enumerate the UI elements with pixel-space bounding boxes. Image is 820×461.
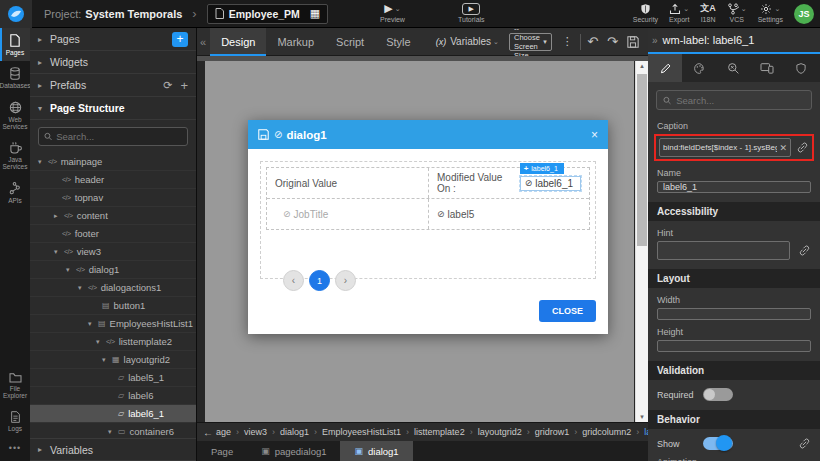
properties-search[interactable] <box>656 90 812 110</box>
collapse-left-panel-icon[interactable]: « <box>197 36 210 48</box>
more-actions-icon[interactable]: ⋮ <box>562 35 573 48</box>
sidebar-item-java-services[interactable]: Java Services <box>0 136 30 176</box>
tab-script[interactable]: Script <box>325 28 375 56</box>
chevron-down-icon[interactable]: ▾ <box>102 356 112 364</box>
pagination-page-1[interactable]: 1 <box>309 270 330 291</box>
caption-input[interactable] <box>663 143 777 152</box>
selection-badge[interactable]: +label6_1 <box>520 163 564 174</box>
tree-item-label5_1[interactable]: ▱label5_1 <box>30 369 196 387</box>
sidebar-item-databases[interactable]: Databases <box>0 61 30 94</box>
add-page-button[interactable] <box>172 32 188 47</box>
search-input[interactable] <box>676 95 805 106</box>
export-button[interactable]: ⌄ Export <box>669 2 689 23</box>
show-toggle[interactable] <box>703 437 733 450</box>
bind-link-icon[interactable] <box>796 141 809 154</box>
search-input[interactable] <box>56 131 182 142</box>
breadcrumb-item-listtemplate2[interactable]: listtemplate2 <box>414 427 478 437</box>
layout-grid[interactable]: Original Value Modified Value On : +labe… <box>266 167 590 230</box>
tree-item-mainpage[interactable]: ▾</>mainpage <box>30 153 196 171</box>
variables-menu[interactable]: (x) Variables ⌄ <box>436 36 499 47</box>
structure-search[interactable] <box>38 127 188 146</box>
redo-icon[interactable]: ↷ <box>607 35 618 48</box>
sidebar-item-apis[interactable]: APIs <box>0 176 30 209</box>
jobtitle-label-widget[interactable]: ⊘ JobTitle <box>267 199 428 229</box>
tree-item-label6_1-selected[interactable]: ▱label6_1 <box>30 405 196 423</box>
app-logo[interactable] <box>0 0 32 28</box>
variables-section-header[interactable]: ▸ Variables <box>30 438 196 461</box>
tutorials-button[interactable]: ▶ Tutorials <box>458 2 485 23</box>
breadcrumb-back-icon[interactable]: ← <box>203 427 213 438</box>
tree-item-container6[interactable]: ▾▭container6 <box>30 423 196 438</box>
canvas-scrollbar[interactable]: ▴ ▾ <box>635 61 648 422</box>
i18n-button[interactable]: 文A I18N <box>700 2 716 23</box>
breadcrumb-item-employeeshistlist1[interactable]: EmployeesHistList1 <box>322 427 414 437</box>
design-canvas[interactable]: ⊘ dialog1 × Original Value <box>205 61 634 422</box>
grid-cell-original-value[interactable]: Original Value <box>267 168 428 198</box>
tree-item-label6[interactable]: ▱label6 <box>30 387 196 405</box>
pagination-next-button[interactable]: › <box>335 270 356 291</box>
sidebar-item-pages[interactable]: Pages <box>0 28 30 61</box>
tree-item-content[interactable]: ▸</>content <box>30 207 196 225</box>
save-icon[interactable] <box>627 36 639 48</box>
collapse-right-panel-icon[interactable]: » <box>652 35 658 46</box>
dialog-header[interactable]: ⊘ dialog1 × <box>248 120 608 149</box>
required-toggle[interactable] <box>703 388 733 401</box>
tab-styles[interactable] <box>682 54 716 82</box>
tab-inspector[interactable] <box>716 54 750 82</box>
security-button[interactable]: Security <box>633 2 658 23</box>
bind-link-icon[interactable] <box>798 437 811 450</box>
height-input[interactable] <box>657 340 811 352</box>
pages-section-header[interactable]: ▸ Pages <box>30 28 196 51</box>
dialog-close-icon[interactable]: × <box>591 128 598 142</box>
tree-item-button1[interactable]: ▤button1 <box>30 297 196 315</box>
tab-page[interactable]: Page <box>197 441 247 461</box>
breadcrumb-item-view3[interactable]: view3 <box>244 427 280 437</box>
scroll-up-icon[interactable]: ▴ <box>636 62 648 70</box>
bind-link-icon[interactable] <box>798 244 811 257</box>
name-input[interactable] <box>657 181 811 193</box>
tab-design[interactable]: Design <box>210 28 266 56</box>
page-selector[interactable]: Employee_PM ▦ <box>207 4 329 24</box>
dialog1-widget[interactable]: ⊘ dialog1 × Original Value <box>248 120 608 334</box>
settings-button[interactable]: ⌄ Settings <box>758 2 783 23</box>
scrollbar-thumb[interactable] <box>637 74 647 246</box>
width-input[interactable] <box>657 308 811 320</box>
page-grid-icon[interactable]: ▦ <box>310 8 320 19</box>
tab-style[interactable]: Style <box>375 28 421 56</box>
caption-input-wrap[interactable]: ✕ <box>659 138 791 157</box>
prefabs-section-header[interactable]: ▸ Prefabs <box>30 74 196 97</box>
label5-widget[interactable]: ⊘ label5 <box>428 199 589 229</box>
grid-cell-modified-value[interactable]: Modified Value On : +label6_1 ⊘label6_1 <box>428 168 589 198</box>
tree-item-dialog1[interactable]: ▾</>dialog1 <box>30 261 196 279</box>
undo-icon[interactable]: ↶ <box>587 35 598 48</box>
scroll-down-icon[interactable]: ▾ <box>636 413 648 421</box>
preview-button[interactable]: ▶⌄ Preview <box>380 2 405 23</box>
chevron-right-icon[interactable]: ▸ <box>54 212 64 220</box>
chevron-down-icon[interactable]: ▾ <box>78 284 88 292</box>
tab-security[interactable] <box>784 54 818 82</box>
sidebar-item-file-explorer[interactable]: File Explorer <box>0 366 30 405</box>
tab-markup[interactable]: Markup <box>266 28 325 56</box>
more-options-icon[interactable]: ••• <box>0 437 30 461</box>
tab-properties[interactable] <box>648 54 682 82</box>
tab-pagedialog1[interactable]: ▣pagedialog1 <box>247 441 340 461</box>
selected-widget-label6_1[interactable]: +label6_1 ⊘label6_1 <box>520 176 581 191</box>
tree-item-topnav[interactable]: </>topnav <box>30 189 196 207</box>
tree-item-listtemplate2[interactable]: ▾</>listtemplate2 <box>30 333 196 351</box>
add-prefab-button[interactable] <box>180 78 188 93</box>
breadcrumb-item-gridcolumn2[interactable]: gridcolumn2 <box>582 427 644 437</box>
chevron-down-icon[interactable]: ▾ <box>54 248 64 256</box>
chevron-down-icon[interactable]: ▾ <box>108 428 118 436</box>
chevron-down-icon[interactable]: ▾ <box>38 158 48 166</box>
tab-devices[interactable] <box>750 54 784 82</box>
sidebar-item-logs[interactable]: Logs <box>0 405 30 437</box>
clear-binding-icon[interactable]: ✕ <box>779 143 787 153</box>
list-widget[interactable]: Original Value Modified Value On : +labe… <box>260 161 596 279</box>
pagination-prev-button[interactable]: ‹ <box>283 270 304 291</box>
close-button[interactable]: CLOSE <box>539 300 596 322</box>
breadcrumb-item-gridrow1[interactable]: gridrow1 <box>535 427 583 437</box>
hint-input[interactable] <box>657 241 790 260</box>
tree-item-layoutgrid2[interactable]: ▾▦layoutgrid2 <box>30 351 196 369</box>
widgets-section-header[interactable]: ▸ Widgets <box>30 51 196 74</box>
chevron-down-icon[interactable]: ▾ <box>66 266 76 274</box>
